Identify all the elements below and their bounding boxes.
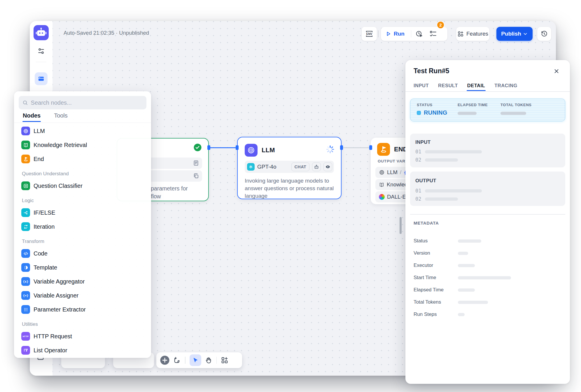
node-item-variable-aggregator[interactable]: {x} Variable Aggregator bbox=[19, 274, 148, 288]
end-icon bbox=[21, 155, 30, 163]
group-divider bbox=[411, 30, 412, 37]
llm-node[interactable]: LLM bbox=[237, 137, 342, 199]
organize-nodes-button[interactable] bbox=[221, 356, 228, 364]
output-title: OUTPUT bbox=[415, 178, 436, 184]
canvas-tool-button[interactable] bbox=[35, 72, 48, 85]
search-input[interactable] bbox=[31, 99, 143, 106]
vision-badge[interactable] bbox=[323, 162, 332, 171]
input-title: INPUT bbox=[415, 139, 431, 145]
node-item-template[interactable]: Template bbox=[19, 260, 148, 274]
value-skeleton bbox=[458, 313, 465, 316]
metadata-row: Executor bbox=[414, 259, 562, 272]
node-item-http-request[interactable]: HTTP HTTP Request bbox=[19, 329, 148, 343]
topbar-divider bbox=[378, 30, 379, 37]
window-icon bbox=[38, 75, 45, 82]
agent-badge[interactable] bbox=[312, 162, 321, 171]
app-avatar[interactable] bbox=[34, 25, 49, 40]
loading-spinner-icon bbox=[326, 145, 335, 154]
tab-detail[interactable]: DETAIL bbox=[467, 83, 485, 91]
llm-node-title: LLM bbox=[262, 146, 275, 154]
llm-node-output-handle[interactable] bbox=[340, 145, 343, 150]
input-card: INPUT 01 02 bbox=[410, 134, 565, 167]
end-node-input-handle[interactable] bbox=[369, 145, 372, 150]
tabs-divider bbox=[405, 91, 570, 92]
tokens-skeleton bbox=[501, 112, 526, 115]
start-node-output-handle[interactable] bbox=[207, 145, 210, 150]
svg-text:ENV: ENV bbox=[366, 32, 372, 36]
output-skeleton bbox=[425, 197, 458, 201]
value-skeleton bbox=[458, 252, 468, 255]
node-item-end[interactable]: End bbox=[19, 152, 148, 166]
version-history-button[interactable] bbox=[537, 27, 551, 41]
list-operator-icon bbox=[21, 346, 30, 355]
add-note-button[interactable] bbox=[173, 356, 181, 364]
play-icon[interactable] bbox=[385, 31, 391, 37]
metadata-rows: Status Version Executor Start Time Elaps… bbox=[414, 235, 562, 321]
status-card: STATUS ELAPSED TIME TOTAL TOKENS RUNING bbox=[410, 99, 565, 121]
llm-node-input-handle[interactable] bbox=[236, 145, 239, 150]
node-list: LLM Knowledge Retrieval bbox=[19, 124, 148, 357]
features-icon bbox=[457, 31, 464, 37]
robot-icon bbox=[35, 26, 48, 39]
question-classifier-icon bbox=[21, 181, 30, 190]
run-button[interactable]: Run bbox=[394, 31, 405, 37]
panel-resize-handle[interactable] bbox=[400, 217, 402, 234]
hand-tool-button[interactable] bbox=[205, 356, 212, 364]
node-item-knowledge-retrieval[interactable]: Knowledge Retrieval bbox=[19, 138, 148, 152]
env-button[interactable]: ENV bbox=[362, 27, 377, 41]
success-check-icon bbox=[194, 144, 202, 151]
model-selector[interactable]: GPT-4o CHAT bbox=[245, 161, 334, 173]
metadata-divider bbox=[410, 214, 565, 215]
tab-input[interactable]: INPUT bbox=[414, 83, 429, 91]
model-name: GPT-4o bbox=[257, 164, 276, 170]
knowledge-mini-icon bbox=[379, 182, 384, 188]
gpt-model-icon bbox=[247, 163, 255, 171]
close-button[interactable] bbox=[551, 66, 562, 76]
preferences-sliders-icon[interactable] bbox=[37, 47, 45, 55]
publish-label: Publish bbox=[501, 31, 521, 37]
node-item-list-operator[interactable]: List Operator bbox=[19, 343, 148, 357]
node-item-iteration[interactable]: Iteration bbox=[19, 220, 148, 234]
variable-source: Knowled bbox=[387, 181, 407, 188]
robot-badge-icon bbox=[314, 164, 319, 169]
publish-button[interactable]: Publish bbox=[496, 27, 533, 41]
section-transform: Transform bbox=[19, 234, 148, 246]
metadata-row: Version bbox=[414, 247, 562, 259]
features-button[interactable]: Features bbox=[456, 27, 489, 41]
http-request-icon: HTTP bbox=[21, 332, 30, 341]
search-box[interactable] bbox=[19, 96, 146, 109]
node-item-llm[interactable]: LLM bbox=[19, 124, 148, 138]
svg-text:{x}: {x} bbox=[23, 280, 28, 283]
node-item-question-classifier[interactable]: Question Classifier bbox=[19, 179, 148, 193]
node-item-code[interactable]: Code bbox=[19, 246, 148, 260]
sidebar-divider bbox=[36, 62, 46, 62]
parameter-extractor-icon bbox=[21, 305, 30, 314]
history-icon bbox=[541, 30, 548, 37]
palette-tabs: Nodes Tools bbox=[23, 112, 68, 122]
test-run-panel: Test Run#5 INPUT RESULT DETAIL TRACING S… bbox=[405, 60, 570, 384]
llm-icon bbox=[21, 127, 30, 135]
template-icon bbox=[21, 263, 30, 272]
status-label: STATUS bbox=[417, 103, 433, 107]
tab-tools[interactable]: Tools bbox=[54, 112, 68, 122]
pointer-tool-button[interactable] bbox=[190, 354, 201, 366]
tab-tracing[interactable]: TRACING bbox=[494, 83, 517, 91]
tab-nodes[interactable]: Nodes bbox=[23, 112, 41, 122]
checklist-icon[interactable] bbox=[429, 30, 437, 38]
checklist-count-badge[interactable]: 2 bbox=[437, 21, 444, 29]
workflow-editor: Auto-Saved 21:02:35 · Unpublished ENV Ru… bbox=[0, 0, 581, 392]
variable-assigner-icon: {=} bbox=[21, 291, 30, 300]
tab-result[interactable]: RESULT bbox=[438, 83, 458, 91]
toolbar-divider bbox=[216, 357, 217, 364]
add-node-button[interactable] bbox=[160, 355, 170, 365]
elapsed-skeleton bbox=[458, 112, 477, 115]
run-history-clock-icon[interactable] bbox=[415, 30, 423, 38]
code-icon bbox=[21, 249, 30, 258]
elapsed-time-label: ELAPSED TIME bbox=[458, 103, 488, 107]
node-item-if-else[interactable]: IF/ELSE bbox=[19, 206, 148, 220]
edge-llm-to-end bbox=[342, 147, 371, 148]
node-item-parameter-extractor[interactable]: Parameter Extractor bbox=[19, 302, 148, 316]
autosave-status: Auto-Saved 21:02:35 · Unpublished bbox=[64, 30, 149, 36]
node-item-variable-assigner[interactable]: {=} Variable Assigner bbox=[19, 288, 148, 302]
total-tokens-label: TOTAL TOKENS bbox=[501, 103, 532, 107]
